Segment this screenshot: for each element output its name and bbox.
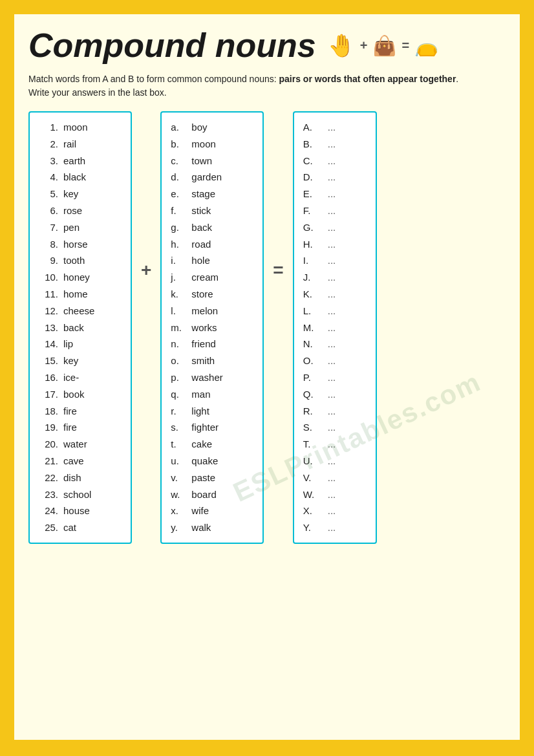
hand-icon: 🤚 xyxy=(328,32,355,58)
answer-dots: ... xyxy=(328,169,336,186)
item-number: 11. xyxy=(39,286,58,303)
item-word: boy xyxy=(191,119,207,136)
answer-letter: M. xyxy=(303,319,323,336)
item-number: 8. xyxy=(39,236,58,253)
item-number: 9. xyxy=(39,252,58,269)
col-b-item: p.washer xyxy=(171,369,253,386)
col-b-item: e.stage xyxy=(171,186,253,202)
item-word: cheese xyxy=(63,303,94,319)
col-c-item: S.... xyxy=(303,419,367,436)
col-a-item: 25.cat xyxy=(39,519,122,536)
answer-dots: ... xyxy=(328,453,336,470)
item-word: tooth xyxy=(63,252,85,269)
col-a-item: 18.fire xyxy=(39,403,122,420)
col-a-item: 12.cheese xyxy=(39,303,122,319)
item-word: rail xyxy=(63,136,76,153)
item-number: 10. xyxy=(39,269,58,286)
header: Compound nouns 🤚 + 👜 = 👝 xyxy=(28,26,506,65)
item-word: works xyxy=(191,319,217,336)
page-title: Compound nouns xyxy=(28,26,316,65)
answer-dots: ... xyxy=(328,269,336,286)
item-letter: d. xyxy=(171,169,185,186)
col-a-item: 1.moon xyxy=(39,119,122,136)
answer-dots: ... xyxy=(328,136,336,153)
item-word: hole xyxy=(191,252,209,269)
item-word: fire xyxy=(63,419,77,436)
col-b-item: x.wife xyxy=(171,502,253,519)
answer-letter: S. xyxy=(303,419,323,436)
answer-letter: T. xyxy=(303,436,323,453)
column-b-box: a.boyb.moonc.townd.gardene.stagef.stickg… xyxy=(160,111,264,544)
col-a-item: 15.key xyxy=(39,352,122,369)
item-word: stick xyxy=(191,202,211,219)
item-word: moon xyxy=(63,119,88,136)
col-b-item: w.board xyxy=(171,486,253,503)
col-b-item: o.smith xyxy=(171,352,253,369)
item-number: 12. xyxy=(39,303,58,319)
item-letter: b. xyxy=(171,136,185,153)
answer-letter: W. xyxy=(303,486,323,503)
header-icons: 🤚 + 👜 = 👝 xyxy=(328,32,438,58)
plus-operator: + xyxy=(141,111,151,281)
handbag-icon: 👝 xyxy=(414,34,438,57)
item-word: pen xyxy=(63,219,80,236)
answer-letter: B. xyxy=(303,136,323,153)
item-letter: f. xyxy=(171,202,185,219)
instructions: Match words from A and B to form common … xyxy=(28,72,468,100)
answer-dots: ... xyxy=(328,403,336,420)
answer-letter: Q. xyxy=(303,386,323,403)
item-word: walk xyxy=(191,519,211,536)
col-a-item: 2.rail xyxy=(39,136,122,153)
plus-icon: + xyxy=(360,38,368,53)
col-a-item: 3.earth xyxy=(39,153,122,169)
columns-container: 1.moon2.rail3.earth4.black5.key6.rose7.p… xyxy=(28,111,506,544)
item-letter: p. xyxy=(171,369,185,386)
item-number: 4. xyxy=(39,169,58,186)
item-number: 13. xyxy=(39,319,58,336)
col-a-item: 4.black xyxy=(39,169,122,186)
col-a-item: 17.book xyxy=(39,386,122,403)
item-letter: t. xyxy=(171,436,185,453)
item-number: 7. xyxy=(39,219,58,236)
item-word: key xyxy=(63,186,78,202)
col-b-item: g.back xyxy=(171,219,253,236)
item-word: book xyxy=(63,386,85,403)
item-letter: r. xyxy=(171,403,185,420)
item-number: 22. xyxy=(39,470,58,486)
col-b-item: n.friend xyxy=(171,336,253,352)
col-c-item: K.... xyxy=(303,286,367,303)
answer-dots: ... xyxy=(328,186,336,202)
col-c-item: Y.... xyxy=(303,519,367,536)
answer-letter: U. xyxy=(303,453,323,470)
item-word: school xyxy=(63,486,91,503)
answer-dots: ... xyxy=(328,369,336,386)
col-c-item: O.... xyxy=(303,352,367,369)
col-c-item: T.... xyxy=(303,436,367,453)
item-word: rose xyxy=(63,202,82,219)
item-letter: v. xyxy=(171,470,185,486)
item-word: cream xyxy=(191,269,219,286)
col-c-item: L.... xyxy=(303,303,367,319)
col-b-item: l.melon xyxy=(171,303,253,319)
item-letter: x. xyxy=(171,502,185,519)
item-word: fire xyxy=(63,403,77,420)
item-word: stage xyxy=(191,186,215,202)
item-number: 21. xyxy=(39,453,58,470)
item-letter: i. xyxy=(171,252,185,269)
col-a-item: 5.key xyxy=(39,186,122,202)
item-word: road xyxy=(191,236,211,253)
answer-dots: ... xyxy=(328,386,336,403)
answer-letter: Y. xyxy=(303,519,323,536)
item-word: honey xyxy=(63,269,90,286)
col-b-item: f.stick xyxy=(171,202,253,219)
col-c-item: U.... xyxy=(303,453,367,470)
col-a-item: 22.dish xyxy=(39,470,122,486)
item-letter: g. xyxy=(171,219,185,236)
col-c-item: C.... xyxy=(303,153,367,169)
col-b-item: s.fighter xyxy=(171,419,253,436)
answer-dots: ... xyxy=(328,303,336,319)
answer-letter: A. xyxy=(303,119,323,136)
item-word: key xyxy=(63,352,78,369)
answer-letter: N. xyxy=(303,336,323,352)
item-word: paste xyxy=(191,470,215,486)
